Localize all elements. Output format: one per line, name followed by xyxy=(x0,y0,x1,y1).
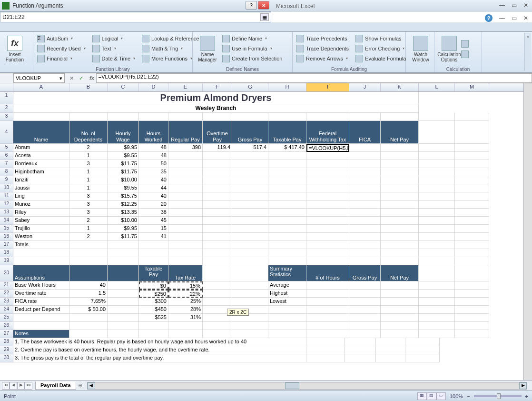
cell[interactable] xyxy=(232,160,268,168)
cell[interactable]: $15.75 xyxy=(108,192,139,200)
cell[interactable] xyxy=(108,322,139,330)
cell[interactable]: Jaussi xyxy=(13,184,69,192)
cell[interactable] xyxy=(108,113,139,121)
header-cell[interactable]: Federal Withholding Tax xyxy=(306,121,349,144)
cell[interactable]: 2 xyxy=(69,233,108,241)
cell[interactable] xyxy=(232,241,268,249)
cell[interactable] xyxy=(108,249,139,257)
cell[interactable] xyxy=(232,192,268,200)
cell[interactable]: $9.55 xyxy=(108,152,139,160)
name-box[interactable]: VLOOKUP▾ xyxy=(13,73,65,83)
sheet-nav-prev[interactable]: ◀ xyxy=(10,382,17,390)
cell[interactable]: 48 xyxy=(139,144,168,152)
row-header[interactable]: 2 xyxy=(0,104,13,113)
column-header[interactable]: J xyxy=(349,83,381,91)
cell[interactable]: $11.75 xyxy=(108,160,139,168)
cell[interactable] xyxy=(419,144,455,152)
cell[interactable] xyxy=(203,113,232,121)
cell[interactable]: Higinbotham xyxy=(13,168,69,176)
cell[interactable] xyxy=(345,354,376,362)
cell[interactable] xyxy=(306,225,349,233)
cell[interactable] xyxy=(349,241,381,249)
cell[interactable] xyxy=(108,241,139,249)
cell[interactable] xyxy=(419,152,455,160)
cell[interactable] xyxy=(13,314,69,322)
cell[interactable] xyxy=(306,176,349,184)
cell[interactable] xyxy=(306,281,349,290)
cell[interactable]: Ling xyxy=(13,192,69,200)
cell[interactable]: $ 50.00 xyxy=(69,306,108,314)
cell[interactable] xyxy=(168,113,203,121)
cell[interactable] xyxy=(168,209,203,217)
cell[interactable]: Summary Statistics xyxy=(268,265,306,281)
cell[interactable] xyxy=(232,113,268,121)
cell[interactable] xyxy=(203,257,232,265)
cell[interactable] xyxy=(455,192,489,200)
cell[interactable] xyxy=(419,184,455,192)
cell[interactable] xyxy=(381,176,419,184)
cell[interactable] xyxy=(419,314,455,322)
normal-view-button[interactable]: ▦ xyxy=(417,392,427,400)
cell[interactable] xyxy=(381,298,419,306)
cell[interactable] xyxy=(306,346,345,354)
cell[interactable]: Gross Pay xyxy=(349,265,381,281)
cell[interactable] xyxy=(376,354,405,362)
cell[interactable] xyxy=(381,322,419,330)
cell[interactable] xyxy=(203,160,232,168)
remove-arrows-button[interactable]: Remove Arrows▾ xyxy=(296,53,350,63)
recently-used-button[interactable]: Recently Used▾ xyxy=(36,43,87,53)
help-icon[interactable]: ? xyxy=(485,14,493,22)
cell[interactable] xyxy=(381,281,419,290)
cell[interactable]: Munoz xyxy=(13,200,69,209)
cell[interactable] xyxy=(349,314,381,322)
cell[interactable] xyxy=(306,322,349,330)
cell[interactable] xyxy=(381,160,419,168)
cell[interactable]: Premium Almond Dryers xyxy=(13,92,419,104)
cell[interactable] xyxy=(345,346,376,354)
cell[interactable] xyxy=(69,249,108,257)
cell[interactable] xyxy=(455,241,489,249)
cell[interactable] xyxy=(455,113,489,121)
cell[interactable]: 1. The base workweek is 40 hours. Regula… xyxy=(13,338,306,346)
trace-precedents-button[interactable]: Trace Precedents xyxy=(296,33,350,43)
cell[interactable] xyxy=(232,330,268,338)
header-cell[interactable]: Overtime Pay xyxy=(203,121,232,144)
cell[interactable] xyxy=(381,314,419,322)
cell[interactable] xyxy=(381,257,419,265)
formula-input[interactable]: =VLOOKUP(H5,D21:E22) xyxy=(96,73,532,83)
cell[interactable]: 398 xyxy=(168,144,203,152)
cell[interactable] xyxy=(13,322,69,330)
cell[interactable] xyxy=(381,200,419,209)
cell[interactable] xyxy=(268,209,306,217)
scroll-thumb[interactable] xyxy=(285,382,299,389)
cell[interactable]: 25% xyxy=(168,298,203,306)
cell[interactable]: 3 xyxy=(69,200,108,209)
header-cell[interactable]: Gross Pay xyxy=(232,121,268,144)
header-cell[interactable] xyxy=(455,121,489,144)
cell[interactable]: 3 xyxy=(69,192,108,200)
cell[interactable] xyxy=(203,176,232,184)
scroll-left-button[interactable]: ◀ xyxy=(88,382,95,389)
cell[interactable] xyxy=(203,322,232,330)
cell[interactable] xyxy=(69,330,108,338)
cell[interactable] xyxy=(381,113,419,121)
cell[interactable]: 31% xyxy=(168,314,203,322)
cancel-formula-button[interactable]: ✕ xyxy=(68,75,75,81)
cell[interactable] xyxy=(69,314,108,322)
row-header[interactable]: 14 xyxy=(0,217,13,225)
cell[interactable] xyxy=(168,322,203,330)
cell[interactable] xyxy=(381,241,419,249)
cell[interactable] xyxy=(203,209,232,217)
cell[interactable] xyxy=(419,225,455,233)
cell[interactable]: FICA rate xyxy=(13,298,69,306)
dialog-help-button[interactable]: ? xyxy=(246,1,257,10)
cell[interactable] xyxy=(203,200,232,209)
cell[interactable] xyxy=(306,233,349,241)
cell[interactable]: $0 xyxy=(139,281,168,290)
cell[interactable]: 2. Overtime pay is based on overtime hou… xyxy=(13,346,306,354)
cell[interactable] xyxy=(455,249,489,257)
cell[interactable] xyxy=(232,265,268,281)
cell[interactable] xyxy=(268,168,306,176)
cell[interactable] xyxy=(376,338,405,346)
cell[interactable] xyxy=(69,322,108,330)
